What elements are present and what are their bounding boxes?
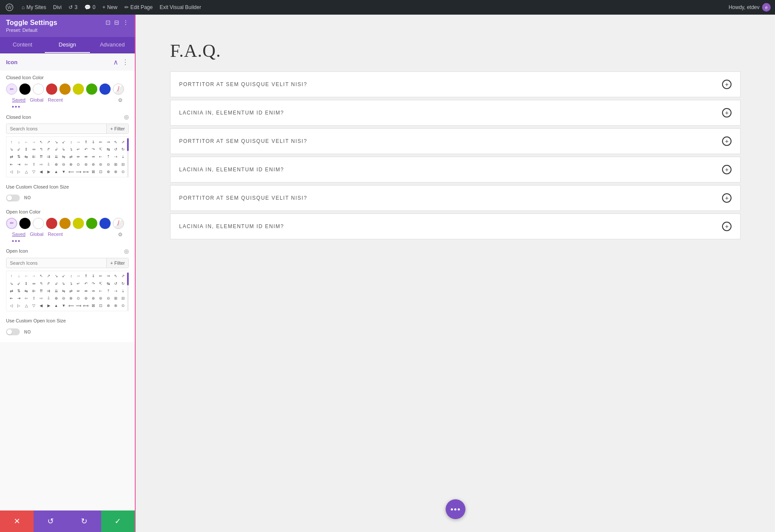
open-color-black[interactable] [19,218,31,229]
tab-advanced[interactable]: Advanced [90,37,135,53]
icon-cell[interactable]: ↶ [83,280,89,287]
open-icon-filter-btn[interactable]: + Filter [106,258,128,268]
custom-closed-size-toggle[interactable] [6,195,20,201]
icon-cell[interactable]: ⇣ [120,154,127,160]
icon-cell[interactable]: ↓ [16,139,22,145]
icon-cell[interactable]: ↰ [38,146,44,152]
closed-color-picker-btn[interactable]: ✏ [6,84,17,95]
icon-cell[interactable]: ⇊ [53,288,59,294]
icon-cell[interactable]: ↴ [68,146,74,152]
icon-cell[interactable]: ⟷ [83,168,89,175]
floating-action-button[interactable] [446,499,465,519]
icon-cell[interactable]: → [31,273,37,279]
open-color-global-tab[interactable]: Global [30,232,43,238]
icon-cell[interactable]: ⇈ [38,154,44,160]
closed-color-green[interactable] [86,84,97,95]
icon-cell[interactable]: ⇈ [38,288,44,294]
icon-cell[interactable]: ⇖ [112,273,119,279]
closed-color-gear-icon[interactable]: ⚙ [118,97,123,103]
closed-color-red[interactable] [46,84,57,95]
icon-cell[interactable]: ↻ [120,280,127,287]
closed-color-white[interactable] [33,84,44,95]
closed-icon-scrollbar[interactable] [127,138,129,177]
section-collapse-icon[interactable]: ∧ [113,58,118,66]
icon-cell[interactable]: ◀ [38,168,44,175]
icon-cell[interactable]: ↻ [120,146,127,152]
icon-cell[interactable]: ⊛ [90,295,96,302]
open-color-red[interactable] [46,218,57,229]
admin-bar-edit-page[interactable]: ✏ Edit Page [124,4,153,10]
icon-cell[interactable]: ⇨ [38,295,44,302]
icon-cell[interactable]: ⊝ [105,161,112,167]
open-color-transparent[interactable]: / [113,218,124,229]
custom-open-size-toggle[interactable] [6,328,20,335]
icon-cell[interactable]: ↕ [68,139,74,145]
faq-expand-icon[interactable]: + [722,222,732,231]
open-icon-scrollbar[interactable] [127,272,129,312]
icon-cell[interactable]: ↵ [75,146,82,152]
admin-bar-revisions[interactable]: ↺ 3 [68,4,78,10]
icon-cell[interactable]: ⇋ [60,288,67,294]
closed-color-saved-tab[interactable]: Saved [12,97,25,103]
icon-cell[interactable]: ⊜ [98,161,104,167]
icon-cell[interactable]: ⊗ [112,168,119,175]
icon-cell[interactable]: ↷ [90,146,96,152]
icon-cell[interactable]: ⇤ [8,161,15,167]
icon-cell[interactable]: ⇎ [83,154,89,160]
icon-cell[interactable]: ⇊ [53,154,59,160]
icon-cell[interactable]: ⇇ [31,288,37,294]
open-icon-search-input[interactable] [6,258,106,268]
icon-cell[interactable]: ⇢ [112,154,119,160]
icon-cell[interactable]: ⊡ [98,168,104,175]
icon-cell[interactable]: ⟵ [68,303,74,309]
icon-cell[interactable]: ↱ [46,146,52,152]
icon-cell[interactable]: ⊛ [90,161,96,167]
faq-expand-icon[interactable]: + [722,136,732,146]
icon-cell[interactable]: ⇇ [31,154,37,160]
icon-cell[interactable]: ↷ [90,280,96,287]
icon-cell[interactable]: ▲ [53,168,59,175]
icon-cell[interactable]: ▷ [16,303,22,309]
closed-icon-target-icon[interactable]: ◎ [124,114,129,120]
icon-cell[interactable]: ⇏ [90,154,96,160]
faq-item[interactable]: LACINIA IN, ELEMENTUM ID ENIM? + [170,157,741,182]
icon-cell[interactable]: ◁ [8,303,15,309]
icon-cell[interactable]: ⊠ [90,168,96,175]
open-color-picker-btn[interactable]: ✏ [6,218,17,229]
icon-cell[interactable]: ⊟ [120,295,127,302]
icon-cell[interactable]: ⇡ [105,154,112,160]
undo-button[interactable]: ↺ [34,510,67,532]
icon-cell[interactable]: ⊡ [98,303,104,309]
closed-color-recent-tab[interactable]: Recent [48,97,63,103]
icon-cell[interactable]: ⇓ [90,139,96,145]
icon-cell[interactable]: ⇦ [23,161,30,167]
icon-cell[interactable]: ↕ [68,273,74,279]
icon-cell[interactable]: ⊙ [120,168,127,175]
open-color-white[interactable] [33,218,44,229]
icon-cell[interactable]: ⇧ [31,161,37,167]
open-color-orange[interactable] [59,218,71,229]
open-color-blue[interactable] [99,218,111,229]
icon-cell[interactable]: ↳ [60,280,67,287]
icon-cell[interactable]: ⊕ [53,295,59,302]
icon-cell[interactable]: ⊞ [112,295,119,302]
icon-cell[interactable]: ⊜ [98,295,104,302]
icon-cell[interactable]: ↔ [75,139,82,145]
icon-cell[interactable]: ↵ [75,280,82,287]
icon-cell[interactable]: ⇠ [98,288,104,294]
faq-expand-icon[interactable]: + [722,108,732,118]
faq-item[interactable]: PORTTITOR AT SEM QUISQUE VELIT NISI? + [170,71,741,97]
icon-cell[interactable]: ↙ [60,273,67,279]
section-options-icon[interactable]: ⋮ [122,58,129,66]
icon-cell[interactable]: ⇥ [16,295,22,302]
icon-cell[interactable]: ⇍ [75,288,82,294]
icon-cell[interactable]: ⟵ [68,168,74,175]
icon-cell[interactable]: ↔ [75,273,82,279]
closed-icon-filter-btn[interactable]: + Filter [106,124,128,133]
icon-cell[interactable]: ⊗ [68,161,74,167]
icon-cell[interactable]: ⊗ [112,303,119,309]
icon-cell[interactable]: ⊖ [60,295,67,302]
faq-item[interactable]: LACINIA IN, ELEMENTUM ID ENIM? + [170,213,741,239]
icon-cell[interactable]: ↗ [46,273,52,279]
icon-cell[interactable]: ↹ [105,146,112,152]
